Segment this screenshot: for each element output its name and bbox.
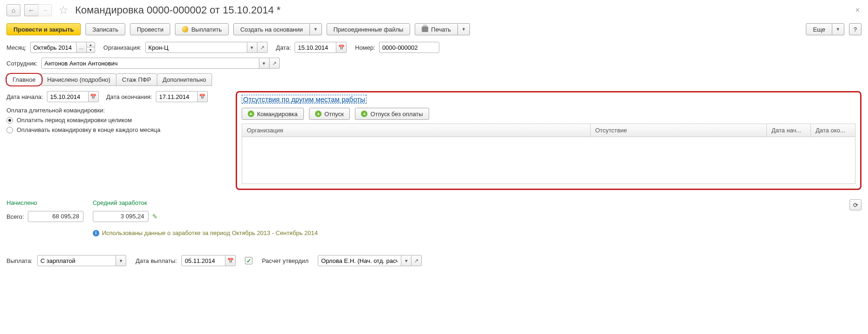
approved-checkbox[interactable]: ✓ <box>245 257 252 264</box>
start-date-input[interactable] <box>47 91 89 102</box>
end-date-input[interactable] <box>156 91 198 102</box>
payout-type-label: Выплата: <box>6 257 32 264</box>
end-date-label: Дата окончания: <box>106 93 152 100</box>
plus-icon: + <box>248 111 254 117</box>
employee-open[interactable]: ↗ <box>270 58 280 69</box>
chevron-down-icon: ▼ <box>836 27 840 32</box>
post-button[interactable]: Провести <box>130 23 171 35</box>
printer-icon <box>422 26 428 32</box>
month-spin-up[interactable]: ▲ <box>87 42 95 47</box>
payout-calendar-icon[interactable]: 📅 <box>225 255 236 266</box>
add-unpaid-button[interactable]: +Отпуск без оплаты <box>355 108 429 120</box>
chevron-down-icon: ▼ <box>314 27 318 32</box>
close-icon[interactable]: × <box>854 6 862 14</box>
col-start[interactable]: Дата нач... <box>767 124 811 137</box>
print-dropdown[interactable]: ▼ <box>458 23 470 35</box>
absences-title-link[interactable]: Отсутствия по другим местам работы <box>242 95 366 104</box>
back-button[interactable]: ← <box>24 4 38 16</box>
attachments-button[interactable]: Присоединенные файлы <box>327 23 411 35</box>
tab-main[interactable]: Главное <box>6 73 42 86</box>
radio-pay-whole[interactable] <box>6 117 13 124</box>
month-input[interactable] <box>30 42 77 53</box>
tab-pfr[interactable]: Стаж ПФР <box>116 73 157 86</box>
employee-input[interactable] <box>41 58 259 69</box>
total-value: 68 095,28 <box>28 211 84 222</box>
refresh-button[interactable]: ⟳ <box>849 199 862 210</box>
add-vacation-label: Отпуск <box>324 111 344 118</box>
col-end[interactable]: Дата око... <box>811 124 855 137</box>
payment-mode-label: Оплата длительной командировки: <box>6 107 229 114</box>
info-text: Использованы данные о заработке за перио… <box>102 229 318 236</box>
chevron-down-icon: ▼ <box>462 27 466 32</box>
payout-label: Выплатить <box>191 26 222 33</box>
start-date-label: Дата начала: <box>6 93 43 100</box>
approved-label: Расчет утвердил <box>262 257 309 264</box>
approved-open[interactable]: ↗ <box>411 255 422 266</box>
more-dropdown[interactable]: ▼ <box>832 23 844 35</box>
page-title: Командировка 0000-000002 от 15.10.2014 * <box>75 4 281 16</box>
plus-icon: + <box>361 111 367 117</box>
add-unpaid-label: Отпуск без оплаты <box>370 111 423 118</box>
forward-button: → <box>38 4 52 16</box>
avg-value: 3 095,24 <box>93 211 148 222</box>
employee-dropdown[interactable]: ▾ <box>259 58 270 69</box>
org-label: Организация: <box>103 44 141 51</box>
number-label: Номер: <box>355 44 375 51</box>
payout-type-dropdown[interactable]: ▾ <box>116 255 126 266</box>
tab-accrued[interactable]: Начислено (подробно) <box>41 73 116 86</box>
print-label: Печать <box>431 26 451 33</box>
absences-table: Организация Отсутствие Дата нач... Дата … <box>242 124 855 184</box>
date-calendar-icon[interactable]: 📅 <box>336 42 347 53</box>
more-button[interactable]: Еще <box>806 23 832 35</box>
start-calendar-icon[interactable]: 📅 <box>89 91 99 102</box>
print-button[interactable]: Печать <box>415 23 458 35</box>
accrued-header: Начислено <box>6 199 84 206</box>
tab-extra[interactable]: Дополнительно <box>157 73 212 86</box>
create-based-button[interactable]: Создать на основании <box>233 23 310 35</box>
coin-icon <box>182 26 188 33</box>
number-input[interactable] <box>379 42 439 53</box>
payout-date-input[interactable] <box>181 255 225 266</box>
add-trip-button[interactable]: +Командировка <box>242 108 304 120</box>
avg-header: Средний заработок <box>93 199 318 206</box>
end-calendar-icon[interactable]: 📅 <box>198 91 208 102</box>
radio-pay-whole-label: Оплатить период командировки целиком <box>17 117 132 124</box>
info-icon: i <box>93 230 99 236</box>
org-open[interactable]: ↗ <box>257 42 268 53</box>
approved-dropdown[interactable]: ▾ <box>401 255 411 266</box>
radio-pay-monthly[interactable] <box>6 127 13 133</box>
payout-type-input[interactable] <box>37 255 116 266</box>
add-vacation-button[interactable]: +Отпуск <box>309 108 350 120</box>
create-based-dropdown[interactable]: ▼ <box>310 23 322 35</box>
post-and-close-button[interactable]: Провести и закрыть <box>6 23 81 35</box>
payout-date-label: Дата выплаты: <box>135 257 177 264</box>
home-button[interactable]: ⌂ <box>6 4 20 16</box>
edit-avg-icon[interactable]: ✎ <box>152 213 158 220</box>
total-label: Всего: <box>6 213 24 220</box>
save-button[interactable]: Записать <box>85 23 125 35</box>
absences-table-body[interactable] <box>242 137 855 183</box>
payout-button[interactable]: Выплатить <box>175 23 229 35</box>
month-ellipsis[interactable]: ... <box>77 42 87 53</box>
date-input[interactable] <box>295 42 336 53</box>
col-org[interactable]: Организация <box>242 124 591 137</box>
col-absence[interactable]: Отсутствие <box>591 124 767 137</box>
plus-icon: + <box>315 111 321 117</box>
approved-by-input[interactable] <box>318 255 401 266</box>
month-spin-down[interactable]: ▼ <box>87 47 95 53</box>
radio-pay-monthly-label: Оплачивать командировку в конце каждого … <box>17 126 161 133</box>
favorite-star-icon[interactable]: ☆ <box>58 4 69 17</box>
org-dropdown[interactable]: ▾ <box>247 42 257 53</box>
org-input[interactable] <box>145 42 247 53</box>
employee-label: Сотрудник: <box>6 60 38 67</box>
help-button[interactable]: ? <box>849 23 862 35</box>
month-label: Месяц: <box>6 44 26 51</box>
add-trip-label: Командировка <box>257 111 298 118</box>
date-label: Дата: <box>276 44 291 51</box>
